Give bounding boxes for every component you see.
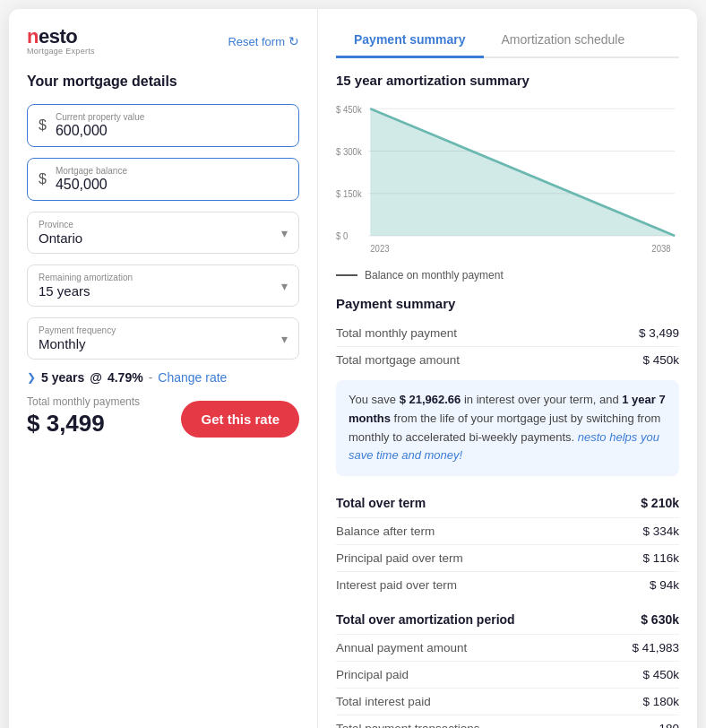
- amort-section: Total over amortization period $ 630k An…: [336, 605, 679, 728]
- monthly-payment-value: $ 3,499: [639, 326, 679, 340]
- amort-value-0: $ 41,983: [632, 641, 679, 654]
- savings-box: You save $ 21,962.66 in interest over yo…: [336, 380, 679, 476]
- province-select[interactable]: Province Ontario ▾: [27, 212, 299, 254]
- tab-amortization-schedule[interactable]: Amortization schedule: [484, 23, 643, 58]
- amort-label-2: Total interest paid: [336, 695, 431, 708]
- property-value-group: $ Current property value: [27, 104, 299, 147]
- amort-value-1: $ 450k: [642, 668, 679, 681]
- amort-heading-value: $ 630k: [641, 612, 679, 627]
- province-select-inner: Province Ontario: [39, 220, 82, 246]
- amortization-value: 15 years: [39, 283, 133, 299]
- rate-row: ❯ 5 years @ 4.79% - Change rate: [27, 370, 299, 385]
- payment-frequency-inner: Payment frequency Monthly: [39, 325, 116, 351]
- chart-legend: Balance on monthly payment: [336, 269, 679, 282]
- mortgage-balance-label: Mortgage balance: [56, 166, 288, 176]
- monthly-payment-label: Total monthly payment: [336, 326, 457, 340]
- svg-text:2038: 2038: [651, 243, 670, 254]
- logo-text: nesto: [27, 27, 95, 47]
- legend-line-icon: [336, 274, 357, 276]
- mortgage-amount-label: Total mortgage amount: [336, 353, 460, 367]
- province-value: Ontario: [39, 230, 82, 246]
- payment-summary-section: Payment summary Total monthly payment $ …: [336, 296, 679, 373]
- tabs: Payment summary Amortization schedule: [336, 23, 679, 58]
- svg-text:$ 300k: $ 300k: [336, 146, 362, 157]
- property-value-label: Current property value: [56, 112, 288, 122]
- svg-text:$ 150k: $ 150k: [336, 189, 362, 200]
- province-chevron-icon: ▾: [281, 226, 288, 240]
- amort-value-3: 180: [659, 722, 679, 728]
- term-heading-label: Total over term: [336, 496, 426, 510]
- amort-label-3: Total payment transactions: [336, 722, 480, 728]
- amortization-chevron-icon: ▾: [281, 279, 288, 293]
- mortgage-balance-input[interactable]: [56, 177, 288, 193]
- legend-label: Balance on monthly payment: [365, 269, 504, 282]
- amortization-select-inner: Remaining amortization 15 years: [39, 273, 133, 299]
- svg-text:2023: 2023: [370, 243, 389, 254]
- payment-total-amount: $ 3,499: [27, 410, 140, 438]
- payment-frequency-chevron-icon: ▾: [281, 332, 288, 346]
- province-label: Province: [39, 220, 82, 230]
- mortgage-balance-group: $ Mortgage balance: [27, 158, 299, 201]
- amortization-chart: $ 450k $ 300k $ 150k $ 0 2023 2038: [336, 99, 679, 260]
- term-label-0: Balance after term: [336, 524, 435, 538]
- rate-at: @: [90, 370, 102, 385]
- svg-text:$ 0: $ 0: [336, 231, 348, 242]
- payment-total-area: Total monthly payments $ 3,499: [27, 395, 140, 438]
- section-title: Your mortgage details: [27, 74, 299, 90]
- term-heading-row: Total over term $ 210k: [336, 489, 679, 518]
- term-label-2: Interest paid over term: [336, 578, 457, 592]
- left-panel: nesto Mortgage Experts Reset form ↻ Your…: [9, 9, 318, 728]
- amortization-label: Remaining amortization: [39, 273, 133, 282]
- amort-heading-label: Total over amortization period: [336, 612, 515, 627]
- mortgage-amount-value: $ 450k: [642, 353, 679, 367]
- property-value-inner: Current property value: [56, 112, 288, 139]
- mortgage-balance-inner: Mortgage balance: [56, 166, 288, 193]
- savings-prefix: You save: [349, 393, 396, 406]
- chart-title: 15 year amortization summary: [336, 73, 679, 88]
- term-section: Total over term $ 210k Balance after ter…: [336, 489, 679, 598]
- property-value-prefix: $: [39, 117, 47, 134]
- amortization-select[interactable]: Remaining amortization 15 years ▾: [27, 264, 299, 307]
- property-value-input[interactable]: [56, 123, 288, 139]
- term-value-0: $ 334k: [642, 524, 679, 538]
- summary-row-monthly-payment: Total monthly payment $ 3,499: [336, 320, 679, 347]
- summary-row-mortgage-amount: Total mortgage amount $ 450k: [336, 347, 679, 373]
- payment-summary-heading: Payment summary: [336, 296, 679, 311]
- term-heading-value: $ 210k: [641, 496, 679, 510]
- payment-frequency-label: Payment frequency: [39, 325, 116, 335]
- savings-amount: $ 21,962.66: [400, 393, 461, 406]
- term-value-1: $ 116k: [642, 551, 679, 565]
- get-rate-button[interactable]: Get this rate: [181, 401, 299, 438]
- rate-chevron-icon: ❯: [27, 371, 36, 384]
- mortgage-balance-prefix: $: [39, 171, 47, 187]
- amort-value-2: $ 180k: [642, 695, 679, 708]
- payment-summary-row: Total monthly payments $ 3,499 Get this …: [27, 395, 299, 438]
- amort-label-0: Annual payment amount: [336, 641, 467, 654]
- rate-years: 5 years: [41, 370, 84, 385]
- chart-area: $ 450k $ 300k $ 150k $ 0 2023 2038: [336, 99, 679, 260]
- logo-area: nesto Mortgage Experts Reset form ↻: [27, 27, 299, 56]
- payment-total-label: Total monthly payments: [27, 395, 140, 408]
- amort-heading-row: Total over amortization period $ 630k: [336, 605, 679, 635]
- tab-payment-summary[interactable]: Payment summary: [336, 23, 484, 58]
- term-row-1: Principal paid over term $ 116k: [336, 545, 679, 572]
- reset-icon: ↻: [288, 34, 299, 48]
- rate-value: 4.79%: [108, 370, 143, 385]
- svg-text:$ 450k: $ 450k: [336, 104, 362, 115]
- logo: nesto Mortgage Experts: [27, 27, 95, 56]
- term-value-2: $ 94k: [650, 578, 679, 592]
- savings-middle: in interest over your term, and: [464, 393, 619, 406]
- payment-frequency-value: Monthly: [39, 336, 116, 351]
- amort-row-2: Total interest paid $ 180k: [336, 689, 679, 715]
- amort-label-1: Principal paid: [336, 668, 409, 681]
- reset-form-label: Reset form: [228, 35, 285, 48]
- term-row-0: Balance after term $ 334k: [336, 518, 679, 545]
- right-panel: Payment summary Amortization schedule 15…: [318, 9, 697, 728]
- payment-frequency-select[interactable]: Payment frequency Monthly ▾: [27, 317, 299, 360]
- logo-subtitle: Mortgage Experts: [27, 47, 95, 56]
- change-rate-link[interactable]: Change rate: [158, 370, 227, 385]
- rate-separator: -: [149, 370, 153, 385]
- reset-form-button[interactable]: Reset form ↻: [228, 34, 299, 48]
- amort-row-0: Annual payment amount $ 41,983: [336, 635, 679, 662]
- term-row-2: Interest paid over term $ 94k: [336, 572, 679, 598]
